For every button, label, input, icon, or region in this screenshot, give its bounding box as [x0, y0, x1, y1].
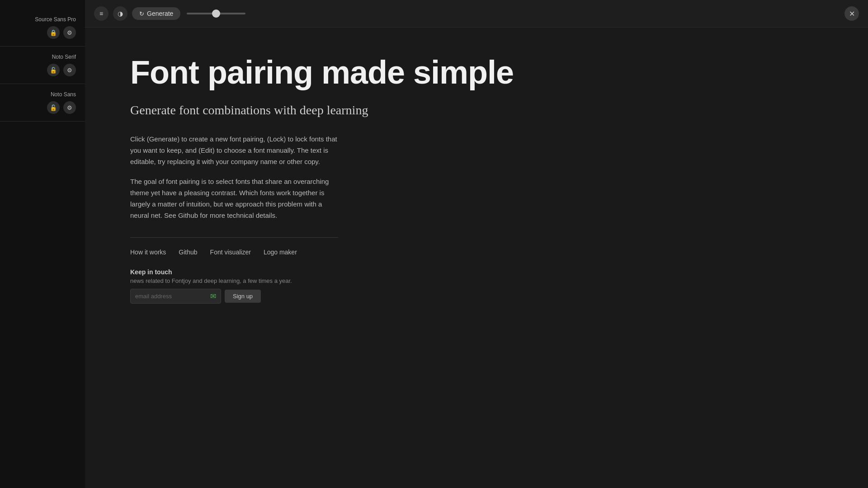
hero-description-1[interactable]: Click (Generate) to create a new font pa… [130, 134, 338, 167]
list-icon: ≡ [99, 10, 103, 17]
font-controls-2: 🔓 ⚙ [47, 64, 76, 76]
hero-subtitle[interactable]: Generate font combinations with deep lea… [130, 103, 841, 117]
font-controls-1: 🔒 ⚙ [47, 26, 76, 39]
edit-button-3[interactable]: ⚙ [63, 101, 76, 114]
divider [130, 237, 338, 238]
edit-button-2[interactable]: ⚙ [63, 64, 76, 76]
footer-link-github[interactable]: Github [179, 249, 197, 256]
email-icon: ✉ [210, 292, 216, 300]
font-group-3: Noto Sans 🔓 ⚙ [0, 84, 85, 122]
lock-button-1[interactable]: 🔒 [47, 26, 60, 39]
footer-links: How it works Github Font visualizer Logo… [130, 249, 841, 256]
footer-link-logo-maker[interactable]: Logo maker [264, 249, 297, 256]
generate-label: Generate [147, 10, 173, 17]
toolbar: ≡ ◑ ↻ Generate ✕ [85, 0, 868, 28]
lock-button-3[interactable]: 🔓 [47, 101, 60, 114]
generate-button[interactable]: ↻ Generate [132, 7, 180, 20]
contrast-slider[interactable] [187, 13, 245, 14]
email-input-wrapper: ✉ [130, 289, 221, 304]
close-icon: ✕ [849, 9, 855, 18]
keep-in-touch-title: Keep in touch [130, 268, 841, 276]
list-icon-button[interactable]: ≡ [94, 6, 108, 21]
hero-title[interactable]: Font pairing made simple [130, 55, 841, 90]
contrast-icon-button[interactable]: ◑ [113, 6, 127, 21]
footer-link-how-it-works[interactable]: How it works [130, 249, 166, 256]
email-input[interactable] [135, 293, 208, 300]
signup-button[interactable]: Sign up [225, 290, 261, 303]
font-group-1: Source Sans Pro 🔒 ⚙ [0, 9, 85, 47]
email-row: ✉ Sign up [130, 289, 841, 304]
hero-description-2[interactable]: The goal of font pairing is to select fo… [130, 176, 338, 221]
edit-button-1[interactable]: ⚙ [63, 26, 76, 39]
font-name-3: Noto Sans [51, 91, 76, 98]
contrast-icon: ◑ [118, 10, 123, 17]
main-panel: ≡ ◑ ↻ Generate ✕ Font pairing made simpl… [85, 0, 868, 488]
close-button[interactable]: ✕ [844, 6, 859, 21]
keep-in-touch-subtitle: news related to Fontjoy and deep learnin… [130, 277, 841, 284]
font-name-1: Source Sans Pro [35, 16, 76, 23]
lock-button-2[interactable]: 🔓 [47, 64, 60, 76]
font-group-2: Noto Serif 🔓 ⚙ [0, 47, 85, 84]
sidebar: Source Sans Pro 🔒 ⚙ Noto Serif 🔓 ⚙ Noto … [0, 0, 85, 488]
footer-link-font-visualizer[interactable]: Font visualizer [210, 249, 251, 256]
font-name-2: Noto Serif [52, 54, 76, 60]
keep-in-touch-section: Keep in touch news related to Fontjoy an… [130, 268, 841, 304]
content-area: Font pairing made simple Generate font c… [85, 28, 868, 488]
font-controls-3: 🔓 ⚙ [47, 101, 76, 114]
generate-icon: ↻ [139, 10, 144, 17]
slider-container [187, 13, 245, 14]
